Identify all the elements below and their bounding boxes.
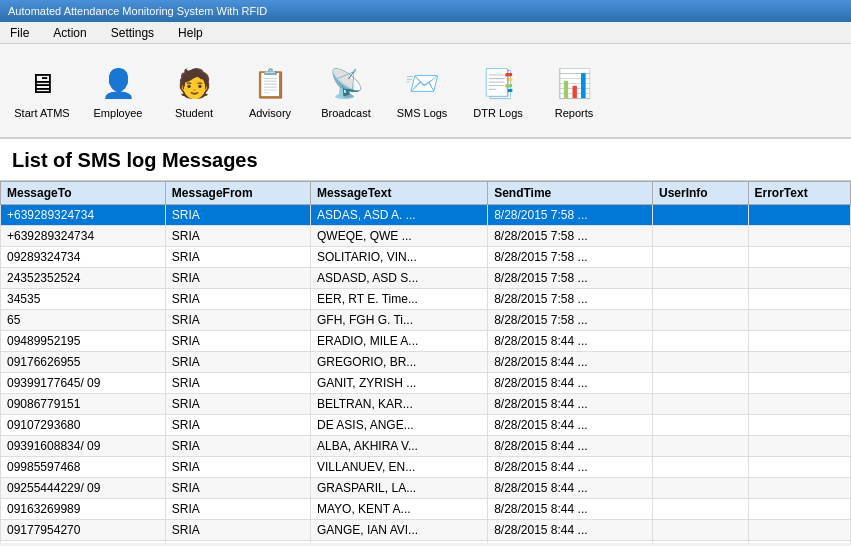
table-cell: ERADIO, MILE A... xyxy=(310,331,487,352)
table-row[interactable]: 65SRIAGFH, FGH G. Ti...8/28/2015 7:58 ..… xyxy=(1,310,851,331)
table-row[interactable]: 09289324734SRIASOLITARIO, VIN...8/28/201… xyxy=(1,247,851,268)
table-cell xyxy=(748,520,850,541)
table-cell xyxy=(652,520,748,541)
table-cell: 8/28/2015 8:44 ... xyxy=(488,436,653,457)
menu-action[interactable]: Action xyxy=(47,24,92,42)
table-cell: SRIA xyxy=(165,436,310,457)
table-cell: 09489952195 xyxy=(1,331,166,352)
table-row[interactable]: 09399177645/ 09SRIAGANIT, ZYRISH ...8/28… xyxy=(1,373,851,394)
table-row[interactable]: 09489952195SRIAERADIO, MILE A...8/28/201… xyxy=(1,331,851,352)
col-message-from: MessageFrom xyxy=(165,182,310,205)
reports-label: Reports xyxy=(555,107,594,119)
table-cell: GRASPARIL, LA... xyxy=(310,478,487,499)
table-row[interactable]: +639289324734SRIAASDAS, ASD A. ...8/28/2… xyxy=(1,205,851,226)
table-cell: 09107293680 xyxy=(1,415,166,436)
table-cell: 8/28/2015 8:44 ... xyxy=(488,415,653,436)
table-row[interactable]: 09163269989SRIAMAYO, KENT A...8/28/2015 … xyxy=(1,499,851,520)
menu-file[interactable]: File xyxy=(4,24,35,42)
col-send-time: SendTime xyxy=(488,182,653,205)
menu-help[interactable]: Help xyxy=(172,24,209,42)
table-row[interactable]: 24352352524SRIAASDASD, ASD S...8/28/2015… xyxy=(1,268,851,289)
dtr-logs-label: DTR Logs xyxy=(473,107,523,119)
table-cell xyxy=(652,310,748,331)
table-cell: 8/28/2015 7:58 ... xyxy=(488,226,653,247)
table-cell xyxy=(652,436,748,457)
table-cell: SRIA xyxy=(165,520,310,541)
table-cell: 09255444229/ 09 xyxy=(1,478,166,499)
table-cell: GANIT, ZYRISH ... xyxy=(310,373,487,394)
table-row[interactable]: 34535SRIAEER, RT E. Time...8/28/2015 7:5… xyxy=(1,289,851,310)
broadcast-button[interactable]: 📡 Broadcast xyxy=(312,58,380,124)
table-cell: MAYO, KENT A... xyxy=(310,499,487,520)
table-cell xyxy=(652,478,748,499)
table-row[interactable]: 09177954270SRIAGANGE, IAN AVI...8/28/201… xyxy=(1,520,851,541)
table-cell xyxy=(652,289,748,310)
table-cell: SRIA xyxy=(165,268,310,289)
table-cell: 09086779151 xyxy=(1,394,166,415)
dtr-logs-button[interactable]: 📑 DTR Logs xyxy=(464,58,532,124)
broadcast-icon: 📡 xyxy=(325,63,367,105)
table-cell: SRIA xyxy=(165,394,310,415)
sms-logs-button[interactable]: 📨 SMS Logs xyxy=(388,58,456,124)
table-cell xyxy=(748,331,850,352)
employee-button[interactable]: 👤 Employee xyxy=(84,58,152,124)
table-cell: VILLANUEV, EN... xyxy=(310,457,487,478)
table-cell xyxy=(652,373,748,394)
table-cell: ASDASD, ASD S... xyxy=(310,268,487,289)
col-user-info: UserInfo xyxy=(652,182,748,205)
reports-button[interactable]: 📊 Reports xyxy=(540,58,608,124)
table-row[interactable]: 09176626955SRIAGREGORIO, BR...8/28/2015 … xyxy=(1,352,851,373)
table-cell: SRIA xyxy=(165,331,310,352)
table-cell: 8/28/2015 7:58 ... xyxy=(488,268,653,289)
table-cell: FUERTES, HAN... xyxy=(310,541,487,544)
sms-icon: 📨 xyxy=(401,63,443,105)
table-row[interactable]: 09255444229/ 09SRIAGRASPARIL, LA...8/28/… xyxy=(1,478,851,499)
student-button[interactable]: 🧑 Student xyxy=(160,58,228,124)
title-bar: Automated Attendance Monitoring System W… xyxy=(0,0,851,22)
table-row[interactable]: 9196233382SRIAFUERTES, HAN...8/28/2015 8… xyxy=(1,541,851,544)
table-row[interactable]: +639289324734SRIAQWEQE, QWE ...8/28/2015… xyxy=(1,226,851,247)
table-cell xyxy=(748,478,850,499)
advisory-icon: 📋 xyxy=(249,63,291,105)
menu-settings[interactable]: Settings xyxy=(105,24,160,42)
table-cell: 8/28/2015 8:44 ... xyxy=(488,478,653,499)
table-cell xyxy=(748,436,850,457)
table-cell: 34535 xyxy=(1,289,166,310)
sms-logs-label: SMS Logs xyxy=(397,107,448,119)
table-row[interactable]: 09086779151SRIABELTRAN, KAR...8/28/2015 … xyxy=(1,394,851,415)
table-cell: 65 xyxy=(1,310,166,331)
table-cell xyxy=(748,457,850,478)
table-cell: SRIA xyxy=(165,499,310,520)
table-container[interactable]: MessageTo MessageFrom MessageText SendTi… xyxy=(0,181,851,543)
table-cell: SRIA xyxy=(165,541,310,544)
employee-icon: 👤 xyxy=(97,63,139,105)
advisory-button[interactable]: 📋 Advisory xyxy=(236,58,304,124)
table-cell: SRIA xyxy=(165,247,310,268)
table-cell: EER, RT E. Time... xyxy=(310,289,487,310)
title-text: Automated Attendance Monitoring System W… xyxy=(8,5,267,17)
table-cell: QWEQE, QWE ... xyxy=(310,226,487,247)
table-cell: 8/28/2015 7:58 ... xyxy=(488,289,653,310)
table-row[interactable]: 09107293680SRIADE ASIS, ANGE...8/28/2015… xyxy=(1,415,851,436)
menu-bar: File Action Settings Help xyxy=(0,22,851,44)
sms-log-table: MessageTo MessageFrom MessageText SendTi… xyxy=(0,181,851,543)
table-cell xyxy=(652,457,748,478)
table-cell: 09289324734 xyxy=(1,247,166,268)
table-cell: SRIA xyxy=(165,415,310,436)
table-cell xyxy=(748,310,850,331)
start-atms-button[interactable]: 🖥 Start ATMS xyxy=(8,58,76,124)
broadcast-label: Broadcast xyxy=(321,107,371,119)
employee-label: Employee xyxy=(94,107,143,119)
table-row[interactable]: 09391608834/ 09SRIAALBA, AKHIRA V...8/28… xyxy=(1,436,851,457)
table-cell: GFH, FGH G. Ti... xyxy=(310,310,487,331)
table-row[interactable]: 09985597468SRIAVILLANUEV, EN...8/28/2015… xyxy=(1,457,851,478)
table-cell: 8/28/2015 8:46 ... xyxy=(488,541,653,544)
reports-icon: 📊 xyxy=(553,63,595,105)
table-cell xyxy=(748,268,850,289)
table-cell xyxy=(748,373,850,394)
table-cell: 09399177645/ 09 xyxy=(1,373,166,394)
table-cell: SRIA xyxy=(165,310,310,331)
table-cell xyxy=(652,352,748,373)
advisory-label: Advisory xyxy=(249,107,291,119)
table-cell: 09176626955 xyxy=(1,352,166,373)
